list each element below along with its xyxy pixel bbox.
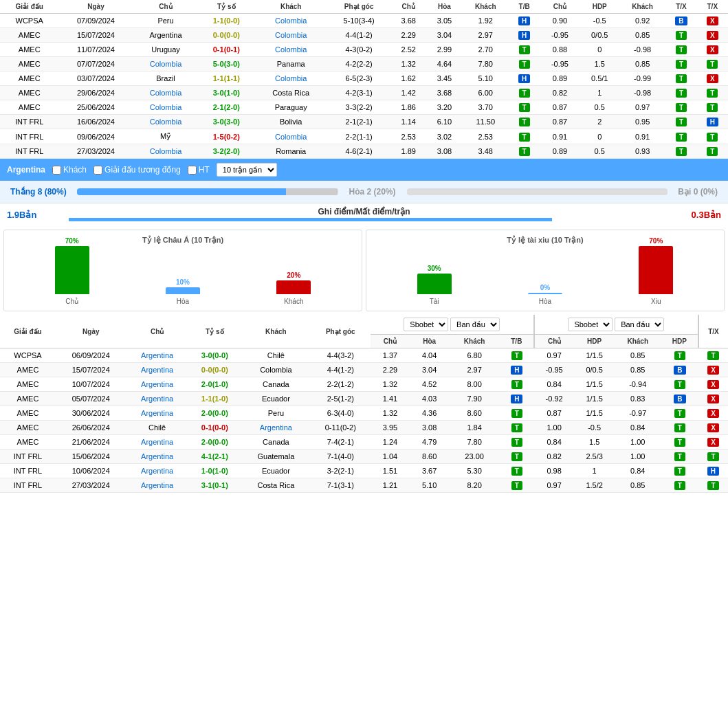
cell-o1: 1.89 bbox=[390, 144, 426, 159]
away-team: Canada bbox=[263, 380, 289, 388]
cell-badge1: T bbox=[509, 100, 540, 115]
cell-o2: 3.02 bbox=[426, 129, 462, 144]
home-team-link[interactable]: Colombia bbox=[150, 118, 181, 126]
cell-date: 05/07/2024 bbox=[56, 392, 126, 406]
home-team-link[interactable]: Argentina bbox=[141, 467, 173, 475]
home-team-link[interactable]: Colombia bbox=[150, 60, 181, 68]
goals-bar bbox=[69, 218, 552, 221]
home-team-link[interactable]: Argentina bbox=[141, 438, 173, 446]
cell-o2: 3.08 bbox=[410, 421, 449, 435]
cell-o4: 0.85 bbox=[619, 28, 665, 43]
cell-o2: 3.08 bbox=[426, 144, 462, 159]
cell-score: 2-0(0-0) bbox=[188, 435, 241, 450]
cell-hdp: 0.88 bbox=[540, 43, 580, 57]
cell-away: Colombia bbox=[241, 363, 311, 377]
badge1: T bbox=[511, 452, 522, 461]
badge2: T bbox=[674, 467, 685, 476]
cell-league: AMEC bbox=[0, 392, 56, 406]
away-team-link[interactable]: Colombia bbox=[275, 31, 307, 39]
cell-badge3: T bbox=[698, 478, 728, 493]
cell-o4: 0.92 bbox=[619, 14, 665, 28]
home-team-link[interactable]: Colombia bbox=[150, 89, 181, 97]
cell-hdp: 0.84 bbox=[534, 377, 575, 392]
cell-away: Argentina bbox=[241, 421, 311, 435]
cell-badge2: T bbox=[665, 86, 696, 100]
giai-dau-checkbox[interactable] bbox=[93, 166, 102, 175]
table-row: INT FRL 10/06/2024 Argentina 1-0(1-0) Ec… bbox=[0, 464, 728, 478]
cell-date: 29/06/2024 bbox=[58, 86, 133, 100]
cell-date: 10/06/2024 bbox=[56, 464, 126, 478]
home-team-link[interactable]: Argentina bbox=[141, 409, 173, 417]
away-team-link[interactable]: Colombia bbox=[275, 45, 307, 54]
home-team-link[interactable]: Colombia bbox=[150, 103, 181, 111]
col-spread: HDP bbox=[580, 0, 619, 14]
cell-score: 2-0(0-0) bbox=[188, 406, 241, 421]
cell-badge3: X bbox=[698, 406, 728, 421]
cell-o1: 2.29 bbox=[390, 28, 426, 43]
argentina-section-header: Argentina Khách Giải đấu tương đồng HT 1… bbox=[0, 159, 728, 181]
ht-checkbox[interactable] bbox=[188, 166, 197, 175]
cell-badge2: T bbox=[665, 57, 696, 71]
sbobet2-select[interactable]: Sbobet bbox=[568, 318, 613, 331]
cell-corners: 4-2(3-1) bbox=[327, 86, 390, 100]
cell-away: Costa Rica bbox=[241, 478, 311, 493]
badge1: T bbox=[519, 133, 530, 142]
away-team-link[interactable]: Colombia bbox=[275, 16, 307, 25]
ban-dau2-select[interactable]: Ban đầu bbox=[615, 318, 664, 331]
cell-badge3: T bbox=[697, 144, 728, 159]
cell-spread: 0 bbox=[580, 43, 619, 57]
cell-o2: 4.04 bbox=[410, 348, 449, 363]
home-team-link[interactable]: Argentina bbox=[141, 351, 173, 359]
giai-dau-checkbox-label[interactable]: Giải đấu tương đồng bbox=[93, 165, 181, 175]
badge2: T bbox=[676, 60, 687, 69]
away-team-link[interactable]: Colombia bbox=[275, 74, 307, 82]
home-team-link[interactable]: Argentina bbox=[141, 452, 173, 461]
cell-league: AMEC bbox=[0, 43, 58, 57]
cell-badge3: X bbox=[697, 14, 728, 28]
cell-hdp: 0.87 bbox=[540, 100, 580, 115]
away-team-link[interactable]: Colombia bbox=[275, 133, 307, 141]
away-team: Paraguay bbox=[275, 103, 307, 111]
cell-o2: 3.45 bbox=[426, 71, 462, 86]
cell-hdp: 0.90 bbox=[540, 14, 580, 28]
cell-league: INT FRL bbox=[0, 129, 58, 144]
cell-home: Uruguay bbox=[133, 43, 199, 57]
cell-badge3: T bbox=[697, 100, 728, 115]
cell-o3: 3.70 bbox=[463, 100, 509, 115]
cell-corners: 4-2(2-2) bbox=[327, 57, 390, 71]
away-team: Panama bbox=[277, 60, 305, 68]
home-team-link[interactable]: Argentina bbox=[141, 380, 173, 388]
cell-badge2: T bbox=[661, 348, 698, 363]
cell-spread: 0.5/1 bbox=[580, 71, 619, 86]
cell-score: 2-0(1-0) bbox=[188, 377, 241, 392]
goals-right: 0.3Bản bbox=[666, 210, 721, 220]
cell-o1: 2.53 bbox=[390, 129, 426, 144]
sbobet1-select[interactable]: Sbobet bbox=[404, 318, 448, 331]
khach-checkbox-label[interactable]: Khách bbox=[52, 165, 87, 175]
badge3: H bbox=[707, 467, 719, 476]
cell-score: 0-1(0-0) bbox=[188, 421, 241, 435]
badge3: X bbox=[707, 438, 719, 447]
cell-score: 1-1(1-0) bbox=[188, 392, 241, 406]
col-league: Giải đấu bbox=[0, 0, 58, 14]
ht-checkbox-label[interactable]: HT bbox=[188, 165, 210, 175]
home-team-link[interactable]: Argentina bbox=[141, 481, 173, 489]
cell-league: AMEC bbox=[0, 377, 56, 392]
cell-o2: 4.52 bbox=[410, 377, 449, 392]
cell-away: Colombia bbox=[254, 129, 327, 144]
home-team-link[interactable]: Argentina bbox=[141, 395, 173, 403]
ban-dau1-select[interactable]: Ban đầu bbox=[450, 318, 500, 331]
cell-date: 07/07/2024 bbox=[58, 57, 133, 71]
home-team-link[interactable]: Colombia bbox=[150, 147, 181, 155]
cell-o4: 0.93 bbox=[619, 144, 665, 159]
cell-league: INT FRL bbox=[0, 450, 56, 464]
cell-o3: 8.20 bbox=[449, 478, 500, 493]
badge3: X bbox=[707, 74, 718, 83]
cell-o4: 0.83 bbox=[615, 392, 661, 406]
away-team-link[interactable]: Argentina bbox=[260, 423, 292, 432]
khach-checkbox[interactable] bbox=[52, 166, 61, 175]
tran-gan-dropdown[interactable]: 10 trận gần 5 trận gần 20 trận gần bbox=[217, 163, 277, 177]
home-team-link[interactable]: Argentina bbox=[141, 366, 173, 374]
cell-spread: 1.5 bbox=[575, 435, 615, 450]
cell-league: AMEC bbox=[0, 57, 58, 71]
